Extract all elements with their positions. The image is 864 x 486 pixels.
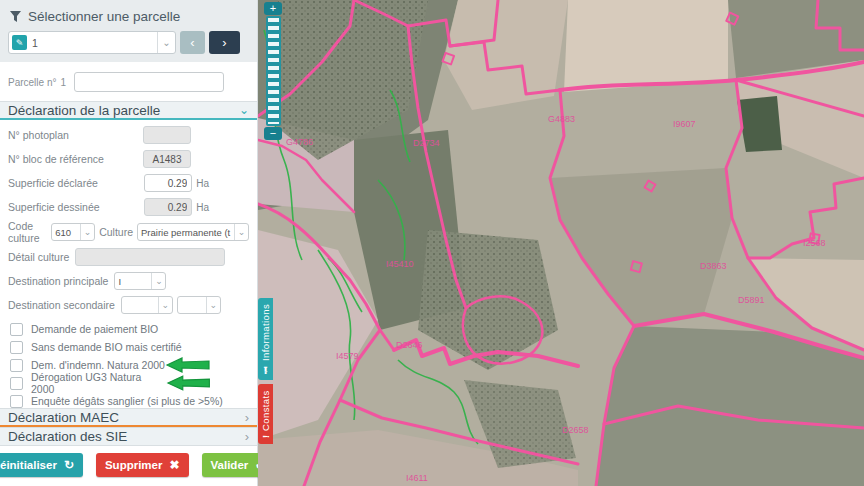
destination-secondaire-select-1[interactable]: ⌄ — [121, 296, 173, 314]
delete-button[interactable]: Supprimer ✖ — [96, 453, 189, 477]
parcel-label: D2734 — [413, 138, 440, 148]
checkbox[interactable] — [10, 359, 23, 372]
field-label: Culture — [99, 226, 133, 238]
chevron-down-icon: ⌄ — [151, 273, 165, 289]
parcel-panel: Sélectionner une parcelle ✎ 1 ⌄ ‹ › Parc… — [0, 0, 258, 486]
zoom-in-button[interactable]: + — [264, 2, 282, 15]
bloc-reference-input[interactable] — [143, 150, 191, 168]
tab-constats-label: Constats — [260, 390, 271, 431]
green-arrow-icon — [165, 357, 211, 373]
section-declaration-parcelle[interactable]: Déclaration de la parcelle ⌄ — [0, 101, 257, 120]
satellite-map[interactable]: G4786 D2734 G4883 I9607 I2568 D3863 D589… — [258, 0, 864, 486]
info-icon: ℹ — [261, 365, 271, 375]
section-title: Déclaration de la parcelle — [8, 103, 160, 118]
section-title: Déclaration MAEC — [8, 410, 119, 425]
delete-label: Supprimer — [105, 459, 163, 471]
code-culture-select[interactable]: 610 ⌄ — [51, 223, 95, 241]
parcel-label: I4579 — [336, 351, 359, 361]
checkbox-row-indemn-natura2000[interactable]: Dem. d'indemn. Natura 2000 — [10, 358, 249, 372]
parcelle-number-row: Parcelle n° 1 — [8, 72, 249, 92]
destination-principale-value: I — [115, 276, 151, 287]
field-label: Code culture — [8, 220, 45, 244]
parcelle-label: Parcelle n° — [8, 77, 56, 88]
field-label: Superficie déclarée — [8, 177, 98, 189]
zoom-slider-track[interactable] — [266, 16, 281, 126]
field-destination-secondaire: Destination secondaire ⌄ ⌄ — [8, 296, 249, 314]
parcel-selector-header: Sélectionner une parcelle ✎ 1 ⌄ ‹ › — [0, 0, 257, 62]
section-declaration-maec[interactable]: Déclaration MAEC › — [0, 408, 257, 427]
refresh-icon: ↻ — [64, 458, 74, 472]
field-label: N° photoplan — [8, 129, 69, 141]
field-label: Superficie dessinée — [8, 201, 100, 213]
destination-secondaire-select-2[interactable]: ⌄ — [177, 296, 221, 314]
parcel-label: I9607 — [673, 119, 696, 129]
culture-select[interactable]: Prairie permanente (t ⌄ — [137, 223, 249, 241]
checkbox-label: Dem. d'indemn. Natura 2000 — [31, 359, 165, 371]
checkbox[interactable] — [10, 377, 23, 390]
photoplan-input[interactable] — [143, 126, 191, 144]
checkbox[interactable] — [10, 341, 23, 354]
parcel-label: I45410 — [386, 259, 414, 269]
section-declaration-sie[interactable]: Déclaration des SIE › — [0, 427, 257, 446]
parcelle-number: 1 — [60, 77, 66, 88]
unit-label: Ha — [196, 202, 209, 213]
validate-label: Valider — [211, 459, 249, 471]
checkbox[interactable] — [10, 395, 23, 408]
checkbox-label: Enquête dégâts sanglier (si plus de >5%) — [31, 395, 223, 407]
field-superficie-declaree: Superficie déclarée Ha — [8, 174, 249, 192]
parcel-label: I2568 — [803, 238, 826, 248]
field-label: Détail culture — [8, 251, 69, 263]
checkbox[interactable] — [10, 323, 23, 336]
destination-principale-select[interactable]: I ⌄ — [114, 272, 166, 290]
field-label: Destination principale — [8, 275, 108, 287]
superficie-dessinee-input[interactable] — [144, 198, 192, 216]
culture-value: Prairie permanente (t — [138, 227, 234, 238]
field-label: Destination secondaire — [8, 299, 115, 311]
cross-icon: ✖ — [169, 458, 179, 472]
detail-culture-input[interactable] — [75, 248, 225, 266]
checkbox-label: Sans demande BIO mais certifié — [31, 341, 182, 353]
tab-constats[interactable]: ! Constats — [258, 384, 273, 444]
checkbox-label: Demande de paiement BIO — [31, 323, 158, 335]
checkbox-list: Demande de paiement BIO Sans demande BIO… — [0, 318, 257, 408]
parcel-label: G4883 — [548, 114, 575, 124]
parcel-label: G4786 — [286, 137, 313, 147]
parcel-label: D3863 — [700, 261, 727, 271]
parcel-select-value: 1 — [32, 37, 157, 49]
warning-icon: ! — [261, 435, 271, 438]
zoom-out-button[interactable]: − — [264, 127, 282, 140]
next-parcel-button[interactable]: › — [209, 31, 240, 54]
map-viewport[interactable]: G4786 D2734 G4883 I9607 I2568 D3863 D589… — [258, 0, 864, 486]
checkbox-row-paiement-bio[interactable]: Demande de paiement BIO — [10, 322, 249, 336]
reset-button[interactable]: Réinitialiser ↻ — [0, 453, 83, 477]
parcelle-name-input[interactable] — [74, 72, 224, 92]
checkbox-row-bio-certifie[interactable]: Sans demande BIO mais certifié — [10, 340, 249, 354]
superficie-declaree-input[interactable] — [144, 174, 192, 192]
field-destination-principale: Destination principale I ⌄ — [8, 272, 249, 290]
action-bar: Réinitialiser ↻ Supprimer ✖ Valider ✔ — [0, 446, 257, 486]
parcel-select[interactable]: ✎ 1 ⌄ — [8, 31, 176, 54]
code-culture-value: 610 — [52, 227, 80, 238]
map-zoom-slider[interactable]: + − — [264, 2, 282, 140]
parcel-label: D2646 — [396, 340, 423, 350]
checkbox-row-derogation-ug3[interactable]: Dérogation UG3 Natura 2000 — [10, 376, 249, 390]
field-label: N° bloc de référence — [8, 153, 104, 165]
field-superficie-dessinee: Superficie dessinée Ha — [8, 198, 249, 216]
green-arrow-icon — [166, 375, 211, 391]
filter-icon — [10, 11, 21, 22]
chevron-down-icon: ⌄ — [234, 224, 248, 240]
parcel-label: I4611 — [406, 473, 428, 483]
chevron-right-icon: › — [245, 410, 249, 425]
chevron-down-icon: ⌄ — [158, 297, 172, 313]
tab-informations[interactable]: ℹ Informations — [258, 298, 273, 380]
previous-parcel-button[interactable]: ‹ — [180, 31, 205, 54]
chevron-down-icon: ⌄ — [80, 224, 94, 240]
unit-label: Ha — [196, 178, 209, 189]
section-title: Déclaration des SIE — [8, 429, 127, 444]
chevron-down-icon: ⌄ — [206, 297, 220, 313]
field-detail-culture: Détail culture — [8, 248, 249, 266]
tab-informations-label: Informations — [260, 303, 271, 360]
checkbox-label: Dérogation UG3 Natura 2000 — [31, 371, 166, 395]
checkbox-row-degats-sanglier[interactable]: Enquête dégâts sanglier (si plus de >5%) — [10, 394, 249, 408]
selector-title: Sélectionner une parcelle — [28, 9, 180, 24]
